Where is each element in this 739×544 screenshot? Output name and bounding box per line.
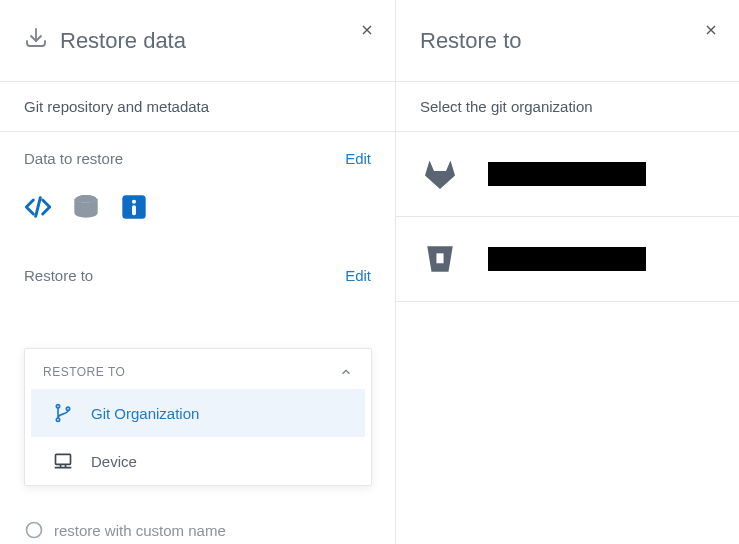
panel-header: Restore to (396, 0, 739, 82)
panel-title: Restore data (60, 28, 186, 54)
dropdown-item-git-organization[interactable]: Git Organization (31, 389, 365, 437)
org-item-gitlab[interactable] (396, 132, 739, 217)
dropdown-header[interactable]: RESTORE TO (25, 349, 371, 389)
restore-icon (24, 26, 48, 56)
section-restore-to: Restore to Edit (0, 249, 395, 312)
svg-rect-5 (132, 205, 136, 215)
info-icon (120, 193, 148, 221)
dropdown-heading: RESTORE TO (43, 365, 125, 379)
data-icons-row (24, 185, 371, 239)
edit-button[interactable]: Edit (345, 267, 371, 284)
panel-subtitle: Select the git organization (396, 82, 739, 132)
dropdown-item-label: Git Organization (91, 405, 199, 422)
bitbucket-icon (420, 239, 460, 279)
svg-point-6 (27, 523, 42, 538)
device-icon (53, 451, 73, 471)
svg-rect-10 (56, 454, 71, 464)
chevron-up-icon (339, 365, 353, 379)
org-name-redacted (488, 162, 646, 186)
dropdown-item-device[interactable]: Device (31, 437, 365, 485)
restore-to-panel: Restore to Select the git organization (396, 0, 739, 544)
dropdown-item-label: Device (91, 453, 137, 470)
svg-line-0 (36, 198, 41, 217)
org-list (396, 132, 739, 302)
restore-data-panel: Restore data Git repository and metadata… (0, 0, 396, 544)
edit-button[interactable]: Edit (345, 150, 371, 167)
restore-custom-name-toggle[interactable]: restore with custom name (24, 520, 226, 540)
section-label: Restore to (24, 267, 93, 284)
gitlab-icon (420, 154, 460, 194)
svg-point-2 (76, 195, 97, 202)
code-icon (24, 193, 52, 221)
database-icon (72, 193, 100, 221)
branch-icon (53, 403, 73, 423)
svg-rect-11 (436, 253, 443, 263)
section-label: Data to restore (24, 150, 123, 167)
org-name-redacted (488, 247, 646, 271)
panel-subtitle: Git repository and metadata (0, 82, 395, 132)
restore-to-dropdown: RESTORE TO Git Organization Device (24, 348, 372, 486)
panel-title: Restore to (420, 28, 522, 54)
panel-header: Restore data (0, 0, 395, 82)
org-item-bitbucket[interactable] (396, 217, 739, 302)
svg-point-4 (132, 200, 136, 204)
section-data-to-restore: Data to restore Edit (0, 132, 395, 249)
